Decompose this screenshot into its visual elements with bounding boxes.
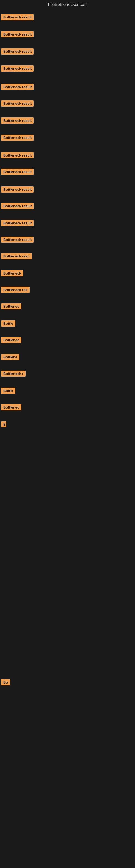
bottleneck-label[interactable]: Bottleneck result	[1, 14, 34, 20]
bottleneck-label[interactable]: Bottleneck result	[1, 152, 34, 158]
bottleneck-label[interactable]: Bottleneck result	[1, 100, 34, 106]
bottleneck-row: Bottleneck result	[0, 235, 135, 246]
bottleneck-label[interactable]: Bottleneck	[1, 270, 23, 276]
bottleneck-row: Bottleneck result	[0, 63, 135, 75]
bottleneck-label[interactable]: Bottleneck result	[1, 134, 34, 141]
bottleneck-row	[0, 549, 135, 553]
bottleneck-row: Bottle	[0, 318, 135, 330]
bottleneck-row: Bo	[0, 677, 135, 689]
bottleneck-row: Bottle	[0, 385, 135, 397]
bottleneck-row: Bottleneck r	[0, 368, 135, 380]
bottleneck-label[interactable]: Bottle	[1, 320, 15, 327]
bottleneck-label[interactable]: Bottleneck result	[1, 65, 34, 72]
bottleneck-row: Bottlenec	[0, 301, 135, 313]
bottleneck-label[interactable]: Bottleneck result	[1, 169, 34, 175]
bottleneck-row: Bottleneck result	[0, 184, 135, 196]
bottleneck-label[interactable]: Bottleneck result	[1, 186, 34, 193]
bottleneck-label[interactable]: Bottleneck result	[1, 203, 34, 209]
bottleneck-label[interactable]: Bottleneck result	[1, 237, 34, 243]
bottleneck-label[interactable]: Bottlenec	[1, 337, 21, 343]
bottleneck-row: Bottlenec	[0, 335, 135, 346]
bottleneck-row: Bottleneck result	[0, 12, 135, 24]
bottleneck-row: Bottlenec	[0, 402, 135, 414]
bottleneck-label[interactable]: Bottle	[1, 388, 15, 394]
bottleneck-row: Bottleneck result	[0, 115, 135, 127]
bottleneck-row: Bottleneck result	[0, 218, 135, 229]
bottleneck-label[interactable]: Bottlene	[1, 354, 19, 360]
bottleneck-label[interactable]: Bottleneck r	[1, 371, 26, 377]
bottleneck-label[interactable]: Bottlenec	[1, 404, 21, 410]
site-title: TheBottlenecker.com	[0, 0, 135, 9]
bottleneck-label[interactable]: Bottleneck result	[1, 84, 34, 90]
bottleneck-label[interactable]: B	[1, 421, 6, 428]
bottleneck-row: Bottleneck result	[0, 166, 135, 178]
bottleneck-label[interactable]: Bottleneck result	[1, 220, 34, 226]
bottleneck-row: Bottleneck result	[0, 150, 135, 162]
bottleneck-label[interactable]: Bo	[1, 679, 10, 685]
bottleneck-label[interactable]: Bottleneck resu	[1, 253, 32, 259]
bottleneck-row	[0, 613, 135, 617]
bottleneck-row: Bottleneck result	[0, 132, 135, 144]
bottleneck-label[interactable]: Bottleneck res	[1, 287, 30, 293]
bottleneck-row: Bottlene	[0, 352, 135, 364]
bottleneck-row: Bottleneck	[0, 268, 135, 280]
bottleneck-label[interactable]: Bottleneck result	[1, 31, 34, 37]
bottleneck-label[interactable]: Bottleneck result	[1, 48, 34, 55]
bottleneck-row: Bottleneck result	[0, 98, 135, 110]
bottleneck-label[interactable]: Bottleneck result	[1, 118, 34, 124]
bottleneck-label[interactable]: Bottlenec	[1, 303, 21, 310]
bottleneck-row: B	[0, 419, 135, 431]
bottleneck-row	[0, 485, 135, 489]
bottleneck-row: Bottleneck result	[0, 29, 135, 41]
bottleneck-row: Bottleneck result	[0, 82, 135, 93]
bottleneck-row: Bottleneck result	[0, 46, 135, 58]
bottleneck-row: Bottleneck result	[0, 201, 135, 212]
bottleneck-row: Bottleneck resu	[0, 251, 135, 262]
bottleneck-row: Bottleneck res	[0, 284, 135, 296]
